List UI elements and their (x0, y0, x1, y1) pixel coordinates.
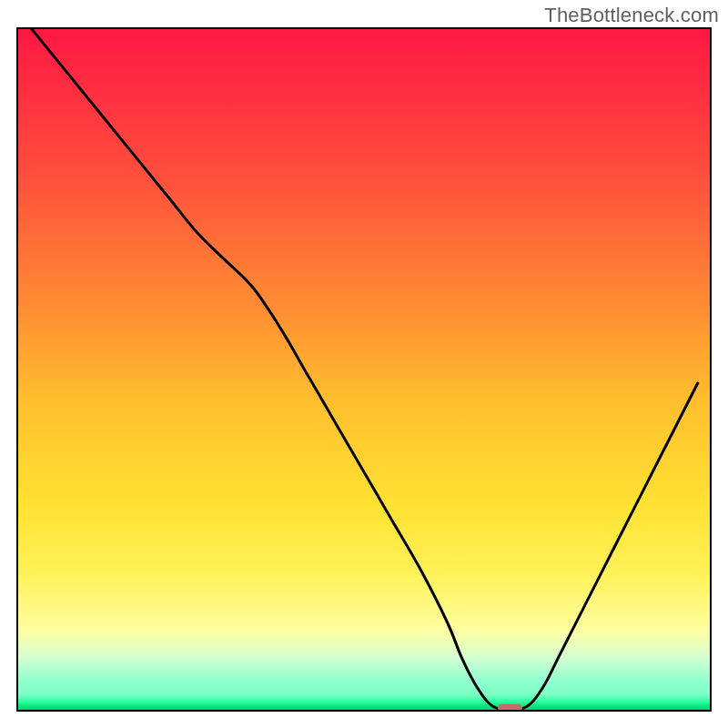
chart-container: TheBottleneck.com (0, 0, 728, 728)
watermark-text: TheBottleneck.com (544, 4, 719, 27)
chart-frame (16, 27, 712, 712)
chart-svg (16, 27, 712, 712)
gradient-background (16, 27, 712, 712)
